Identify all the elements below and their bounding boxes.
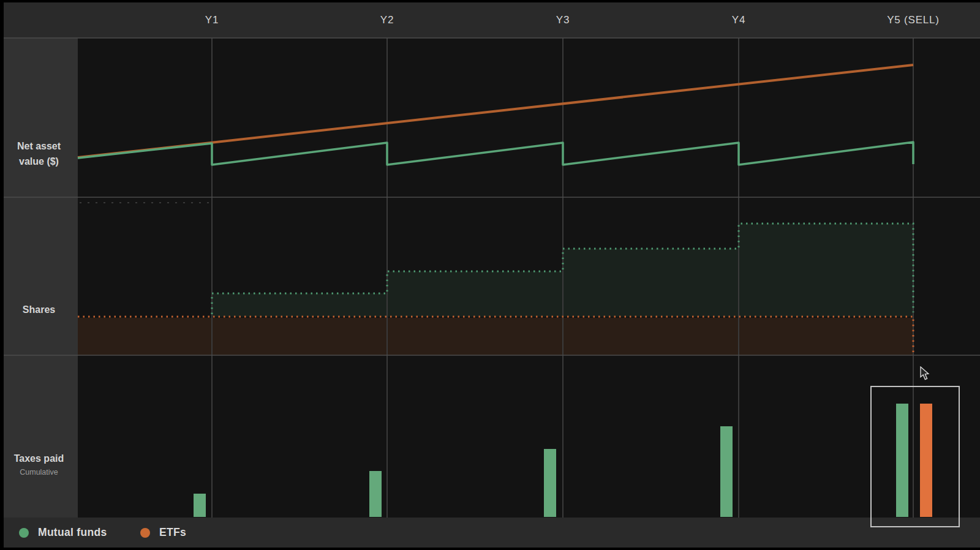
net-asset-value-label: Net asset value ($) [0,138,78,169]
plot-area [78,38,980,518]
x-tick-y5-sell: Y5 (SELL) [852,14,974,26]
y5-sell-highlight-box [870,386,960,527]
mouse-cursor-icon [920,366,931,381]
etfs-dot-icon [140,528,150,538]
taxes-paid-label-line: Taxes paid [0,451,78,466]
row-label-sidebar: Net asset value ($) Shares Taxes paid Cu… [0,38,78,518]
x-axis-header: Y1 Y2 Y3 Y4 Y5 (SELL) [0,2,980,38]
etf-vs-mutual-fund-chart: Y1 Y2 Y3 Y4 Y5 (SELL) Net asset value ($… [0,0,980,550]
x-tick-y3: Y3 [502,14,624,26]
legend-item-mutual-funds: Mutual funds [19,518,107,548]
legend-item-etfs: ETFs [140,518,186,548]
x-tick-y2: Y2 [326,14,448,26]
taxes-paid-label: Taxes paid Cumulative [0,451,78,478]
net-asset-value-label-line1: Net asset [0,138,78,154]
left-edge-matte [0,0,4,550]
bottom-edge-matte [0,548,980,550]
net-asset-value-label-line2: value ($) [0,154,78,169]
shares-label: Shares [0,302,78,317]
x-tick-y1: Y1 [151,14,273,26]
legend: Mutual funds ETFs [0,518,980,548]
cumulative-sublabel: Cumulative [0,466,78,478]
legend-label-mutual-funds: Mutual funds [38,526,107,539]
legend-label-etfs: ETFs [159,526,186,539]
mutual-funds-dot-icon [19,528,29,538]
x-tick-y4: Y4 [677,14,800,26]
